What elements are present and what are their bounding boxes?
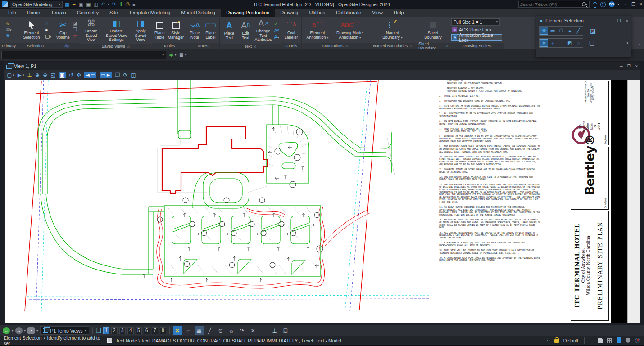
select-circle-icon[interactable]: ●	[566, 27, 574, 35]
view-toggle-1[interactable]: 1	[103, 327, 109, 334]
place-note-button[interactable]: ↝A Place Note	[188, 19, 202, 40]
text-styles-icon[interactable]: Aᵃ	[274, 28, 279, 33]
tab-help[interactable]: Help	[388, 9, 409, 17]
snap-perpendicular-icon[interactable]: ⊥	[270, 326, 279, 335]
select-all-icon[interactable]: ❏	[588, 39, 596, 47]
dialog-launcher-icon[interactable]: ◿	[254, 45, 256, 48]
undo-dropdown-icon[interactable]: ▾	[108, 3, 109, 6]
account-dropdown-icon[interactable]: ▾	[618, 3, 620, 6]
dialog-title-bar[interactable]: ➤ Element Selection ─ ❐ ×	[536, 16, 631, 25]
snap-tangent-icon[interactable]: ⌒	[259, 326, 268, 335]
save-settings-icon[interactable]: ▣	[86, 1, 91, 7]
view-scrollbar[interactable]	[627, 80, 640, 323]
element-selection-dialog[interactable]: ➤ Element Selection ─ ❐ × ✥ ▭ ⬠ ● ╱ ◪⃠ ➤…	[536, 16, 631, 57]
snap-toggle-accusnap-icon[interactable]: ✕	[173, 326, 182, 335]
delete-clip-icon[interactable]: ◸	[73, 34, 77, 40]
restore-button[interactable]: ❐	[631, 2, 635, 7]
view-minimize-button[interactable]: ─	[620, 64, 622, 68]
locks-icon[interactable]	[554, 339, 559, 343]
place-table-button[interactable]: Place Table	[154, 19, 166, 40]
text-more-icon[interactable]: A▾	[274, 34, 279, 40]
tab-drawing[interactable]: Drawing	[275, 9, 304, 17]
annotation-scale-lock-toggle[interactable]: A Annotation Scale Lock	[451, 34, 502, 41]
select-clear-icon[interactable]: ◌	[574, 39, 582, 47]
tab-collaborate[interactable]: Collaborate	[331, 9, 367, 17]
rotate-view-button[interactable]: ↺	[69, 72, 73, 78]
selection-set-icon[interactable]	[598, 338, 603, 343]
style-manager-button[interactable]: Style Manager	[167, 19, 185, 40]
ribbon-search[interactable]: ▾	[518, 1, 590, 8]
view-attributes-button[interactable]: ⟳	[123, 72, 127, 78]
create-saved-view-button[interactable]: ⌘ Create Saved View	[81, 18, 102, 43]
attributes-filter-button[interactable]: ≣▾	[179, 52, 187, 58]
view-brush-button[interactable]: ⊥	[27, 72, 32, 78]
user-avatar[interactable]: DS	[609, 1, 615, 7]
edit-text-button[interactable]: AB Edit Text	[239, 20, 253, 40]
tab-template-modeling[interactable]: Template Modeling	[123, 9, 176, 17]
security-icon[interactable]	[626, 338, 630, 343]
place-label-button[interactable]: ⊏⊐ Place Label	[203, 19, 218, 40]
drawing-canvas[interactable]: SIDE YARD: 10 PROPOSED USE: MULTI-TENANT…	[5, 80, 640, 323]
view-close-button[interactable]: ×	[635, 64, 638, 68]
redo-icon[interactable]: ↷	[112, 1, 116, 7]
primary-tools-icon[interactable]: ✎	[6, 22, 11, 27]
connection-status-icon[interactable]: ✕	[635, 338, 640, 343]
view-forward-button[interactable]: →	[15, 327, 23, 334]
select-shape-icon[interactable]: ⬠	[557, 27, 565, 35]
view-toggle-3[interactable]: 3	[119, 327, 126, 334]
tab-view[interactable]: View	[367, 9, 388, 17]
help-icon[interactable]: ?	[600, 2, 606, 7]
change-text-attributes-button[interactable]: A↗ Change Text Attributes	[254, 18, 273, 43]
tab-home[interactable]: Home	[22, 9, 45, 17]
clip-mask-icon[interactable]: ◪	[73, 20, 77, 26]
tab-terrain[interactable]: Terrain	[45, 9, 72, 17]
select-individual-icon[interactable]: ✥	[540, 27, 548, 35]
compress-icon[interactable]: ◫	[94, 1, 98, 7]
more-commands-icon[interactable]: ≡	[132, 2, 135, 7]
window-area-button[interactable]: ◱	[50, 72, 55, 78]
snap-nearest-icon[interactable]: ⌐	[184, 326, 193, 335]
dialog-launcher-icon[interactable]: ◿	[127, 45, 129, 48]
dialog-close-button[interactable]: ×	[626, 18, 628, 23]
view-toggle-7[interactable]: 7	[152, 327, 158, 334]
zoom-in-button[interactable]: ⊕	[35, 72, 40, 78]
element-annotation-button[interactable]: A⌒ Element Annotation ▾	[303, 19, 332, 40]
disable-handles-icon[interactable]: ◪⃠	[588, 27, 596, 35]
undo-icon[interactable]: ↶	[101, 1, 105, 7]
tab-model-detailing[interactable]: Model Detailing	[176, 9, 221, 17]
print-icon[interactable]: ⎙	[126, 1, 130, 7]
search-input[interactable]	[520, 2, 582, 7]
view-toggle-8[interactable]: 8	[160, 327, 166, 334]
dialog-minimize-button[interactable]: ─	[609, 18, 612, 23]
dialog-maximize-button[interactable]: ❐	[617, 18, 621, 23]
active-attributes-button[interactable]: ≑▾	[169, 52, 177, 58]
fence-mode-icon[interactable]	[607, 338, 612, 343]
clip-tools-icon[interactable]: ❒	[73, 27, 77, 33]
view-toggle-4[interactable]: 4	[127, 327, 134, 334]
select-add-icon[interactable]: ＋	[549, 39, 557, 47]
spell-check-icon[interactable]: ✓	[274, 21, 279, 27]
dialog-launcher-icon[interactable]: ◿	[409, 44, 412, 48]
view-groups-icon[interactable]: ❏	[96, 327, 101, 334]
place-text-button[interactable]: A Place Text	[221, 20, 237, 40]
tab-geometry[interactable]: Geometry	[72, 9, 104, 17]
view-history-dropdown-icon[interactable]: ▾	[36, 329, 38, 333]
saved-view-apply-button[interactable]: ◫	[131, 72, 136, 78]
snap-mode-icon[interactable]: ⋰	[545, 337, 550, 343]
close-button[interactable]: ×	[639, 2, 642, 7]
snap-bisector-icon[interactable]: ↷	[238, 326, 247, 335]
tab-utilities[interactable]: Utilities	[304, 9, 331, 17]
civil-labeler-button[interactable]: ⌒ᴬ Civil Labeler	[282, 19, 300, 40]
snap-origin-icon[interactable]: ☼	[227, 326, 236, 335]
view-previous-button[interactable]: ◄▭	[84, 72, 96, 78]
tab-drawing-production[interactable]: Drawing Production	[221, 9, 275, 17]
copy-view-button[interactable]: ❐	[115, 72, 120, 78]
dialog-launcher-icon[interactable]: ◿	[445, 44, 448, 48]
view-toggle-5[interactable]: 5	[136, 327, 142, 334]
saved-views-select[interactable]: P1 Temp Views ▾	[40, 326, 90, 335]
snap-midpoint-icon[interactable]: ╱	[205, 326, 214, 335]
view-forward-dropdown-icon[interactable]: ▾	[24, 329, 26, 333]
tab-site[interactable]: Site	[104, 9, 123, 17]
snap-intersection-icon[interactable]: ✕	[249, 326, 258, 335]
element-selection-button[interactable]: Element Selection	[19, 19, 44, 40]
